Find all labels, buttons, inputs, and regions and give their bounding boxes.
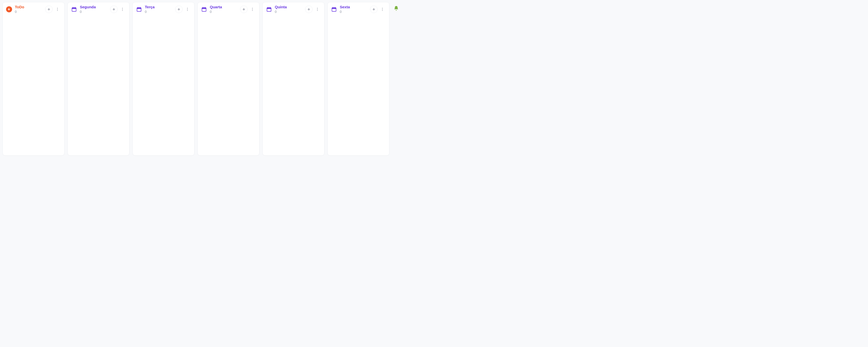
add-card-button[interactable] xyxy=(370,5,378,13)
svg-point-30 xyxy=(252,9,253,9)
svg-point-13 xyxy=(122,10,123,10)
column-count: 0 xyxy=(210,10,238,14)
column-menu-button[interactable] xyxy=(184,5,191,13)
column-header: Quarta 0 xyxy=(198,2,259,17)
svg-point-47 xyxy=(382,8,383,8)
svg-point-39 xyxy=(317,9,318,9)
column-title[interactable]: Terça xyxy=(145,5,173,9)
kanban-board: ToDo 0 Segunda 0 xyxy=(2,2,866,156)
bell-icon[interactable] xyxy=(394,5,399,11)
svg-point-3 xyxy=(57,9,58,9)
add-card-button[interactable] xyxy=(45,5,53,13)
column-header: Quinta 0 xyxy=(263,2,324,17)
column-sexta: Sexta 0 xyxy=(328,2,390,156)
notifications-area xyxy=(393,2,399,11)
column-count: 0 xyxy=(275,10,303,14)
add-card-button[interactable] xyxy=(240,5,248,13)
column-menu-button[interactable] xyxy=(249,5,256,13)
column-quinta: Quinta 0 xyxy=(262,2,324,156)
column-count: 0 xyxy=(80,10,107,14)
todo-icon xyxy=(6,6,12,12)
column-title[interactable]: Quinta xyxy=(275,5,303,9)
column-title[interactable]: ToDo xyxy=(15,5,42,9)
svg-point-2 xyxy=(57,8,58,8)
svg-point-38 xyxy=(317,8,318,8)
column-header: Sexta 0 xyxy=(328,2,389,17)
svg-point-49 xyxy=(382,10,383,10)
column-menu-button[interactable] xyxy=(379,5,386,13)
svg-point-12 xyxy=(122,9,123,9)
svg-rect-33 xyxy=(267,7,271,9)
svg-point-31 xyxy=(252,10,253,10)
column-menu-button[interactable] xyxy=(119,5,126,13)
calendar-icon xyxy=(201,6,207,12)
column-quarta: Quarta 0 xyxy=(197,2,259,156)
column-header: Terça 0 xyxy=(133,2,194,17)
column-terca: Terça 0 xyxy=(132,2,194,156)
calendar-icon xyxy=(266,6,272,12)
svg-rect-15 xyxy=(137,7,141,9)
column-todo: ToDo 0 xyxy=(2,2,64,156)
add-card-button[interactable] xyxy=(110,5,118,13)
column-title[interactable]: Quarta xyxy=(210,5,238,9)
column-header: ToDo 0 xyxy=(3,2,64,17)
column-menu-button[interactable] xyxy=(54,5,61,13)
add-card-button[interactable] xyxy=(175,5,183,13)
svg-point-48 xyxy=(382,9,383,9)
svg-point-11 xyxy=(122,8,123,8)
column-count: 0 xyxy=(340,10,368,14)
calendar-icon xyxy=(136,6,142,12)
column-title[interactable]: Sexta xyxy=(340,5,368,9)
svg-point-29 xyxy=(252,8,253,8)
svg-point-22 xyxy=(187,10,188,10)
column-menu-button[interactable] xyxy=(314,5,321,13)
svg-point-40 xyxy=(317,10,318,10)
column-segunda: Segunda 0 xyxy=(67,2,129,156)
column-title[interactable]: Segunda xyxy=(80,5,107,9)
column-header: Segunda 0 xyxy=(68,2,129,17)
svg-rect-24 xyxy=(202,7,206,9)
column-count: 0 xyxy=(145,10,173,14)
svg-rect-6 xyxy=(72,7,76,9)
calendar-icon xyxy=(71,6,77,12)
svg-point-4 xyxy=(57,10,58,10)
svg-rect-42 xyxy=(332,7,336,9)
column-count: 0 xyxy=(15,10,42,14)
add-card-button[interactable] xyxy=(305,5,313,13)
svg-point-21 xyxy=(187,9,188,9)
svg-point-20 xyxy=(187,8,188,8)
calendar-icon xyxy=(331,6,337,12)
